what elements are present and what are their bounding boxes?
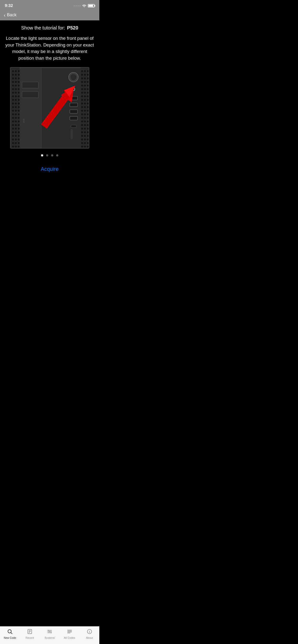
svg-point-77 [87, 78, 89, 79]
svg-point-66 [15, 146, 17, 148]
svg-point-17 [12, 88, 14, 90]
wifi-icon [82, 4, 86, 8]
svg-point-51 [15, 128, 17, 130]
back-button[interactable]: ‹ Back [4, 12, 17, 18]
tutorial-description: Locate the light sensor on the front pan… [4, 35, 95, 61]
svg-rect-149 [70, 110, 77, 113]
svg-point-86 [87, 88, 89, 90]
svg-point-93 [81, 99, 83, 101]
page-dots [4, 154, 95, 156]
battery-icon [88, 4, 95, 8]
svg-point-12 [15, 81, 17, 83]
svg-point-96 [81, 102, 83, 104]
svg-point-90 [81, 95, 83, 97]
svg-point-109 [84, 117, 86, 119]
svg-point-9 [15, 78, 17, 79]
svg-point-99 [81, 106, 83, 108]
svg-point-111 [81, 120, 83, 122]
status-time: 9:32 [5, 3, 13, 8]
back-chevron-icon: ‹ [4, 13, 6, 18]
svg-point-14 [12, 84, 14, 86]
svg-point-71 [87, 70, 89, 72]
svg-point-83 [87, 84, 89, 86]
svg-point-119 [87, 128, 89, 130]
svg-point-124 [84, 135, 86, 137]
svg-point-44 [12, 120, 14, 122]
svg-point-3 [15, 70, 17, 72]
svg-point-8 [12, 78, 14, 79]
svg-point-64 [18, 142, 20, 144]
svg-point-144 [70, 74, 77, 80]
page-dot-4[interactable] [56, 154, 58, 156]
svg-point-89 [87, 92, 89, 94]
svg-point-50 [12, 128, 14, 130]
svg-point-11 [12, 81, 14, 83]
svg-point-47 [12, 124, 14, 126]
tutorial-prefix: Show the tutorial for: [21, 25, 65, 31]
svg-point-132 [81, 146, 83, 148]
svg-point-7 [18, 74, 20, 76]
svg-point-105 [81, 113, 83, 115]
svg-point-121 [84, 131, 86, 133]
svg-point-20 [12, 92, 14, 94]
svg-point-127 [84, 138, 86, 140]
svg-point-48 [15, 124, 17, 126]
svg-point-2 [12, 70, 14, 72]
svg-point-102 [81, 110, 83, 112]
svg-point-103 [84, 110, 86, 112]
svg-point-30 [15, 102, 17, 104]
svg-point-80 [87, 81, 89, 83]
page-dot-3[interactable] [51, 154, 53, 156]
svg-point-5 [12, 74, 14, 76]
svg-point-75 [81, 78, 83, 79]
svg-rect-137 [41, 68, 42, 148]
svg-point-58 [18, 135, 20, 137]
svg-point-29 [12, 102, 14, 104]
svg-point-38 [12, 113, 14, 115]
svg-rect-140 [22, 92, 38, 98]
svg-rect-152 [71, 130, 72, 139]
svg-point-22 [18, 92, 20, 94]
svg-point-40 [18, 113, 20, 115]
svg-point-72 [81, 74, 83, 76]
svg-point-55 [18, 131, 20, 133]
acquire-button[interactable]: Acquire [39, 164, 61, 174]
svg-point-34 [18, 106, 20, 108]
svg-point-10 [18, 78, 20, 79]
svg-point-45 [15, 120, 17, 122]
svg-point-92 [87, 95, 89, 97]
svg-point-79 [84, 81, 86, 83]
svg-point-36 [15, 110, 17, 112]
svg-point-76 [84, 78, 86, 79]
svg-point-43 [18, 117, 20, 119]
nav-bar: ‹ Back [0, 10, 99, 20]
svg-point-21 [15, 92, 17, 94]
svg-point-57 [15, 135, 17, 137]
page-dot-1[interactable] [41, 154, 43, 156]
svg-point-73 [84, 74, 86, 76]
svg-point-70 [84, 70, 86, 72]
svg-point-78 [81, 81, 83, 83]
signal-icon [74, 5, 81, 6]
page-dot-2[interactable] [46, 154, 48, 156]
status-bar: 9:32 [0, 0, 99, 10]
svg-point-63 [15, 142, 17, 144]
svg-point-41 [12, 117, 14, 119]
svg-point-129 [81, 142, 83, 144]
svg-point-74 [87, 74, 89, 76]
svg-point-123 [81, 135, 83, 137]
status-icons [74, 4, 95, 8]
svg-point-32 [12, 106, 14, 108]
svg-point-52 [18, 128, 20, 130]
svg-point-37 [18, 110, 20, 112]
device-image: DVD [10, 67, 89, 148]
svg-point-114 [81, 124, 83, 126]
svg-point-27 [15, 99, 17, 101]
svg-point-18 [15, 88, 17, 90]
svg-point-120 [81, 131, 83, 133]
svg-point-35 [12, 110, 14, 112]
tutorial-header: Show the tutorial for: P520 [4, 25, 95, 31]
svg-point-110 [87, 117, 89, 119]
svg-point-112 [84, 120, 86, 122]
svg-point-94 [84, 99, 86, 101]
